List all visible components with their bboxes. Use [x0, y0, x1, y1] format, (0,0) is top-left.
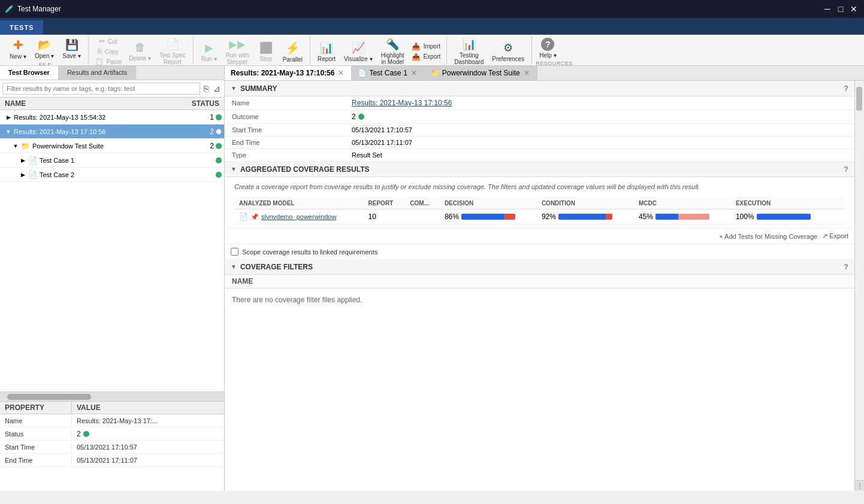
- summary-section-header[interactable]: ▼ SUMMARY ?: [225, 81, 854, 96]
- copy-filter-button[interactable]: ⎘: [203, 83, 210, 95]
- import-button[interactable]: 📥 Import: [409, 42, 443, 51]
- filter-button[interactable]: ⊿: [212, 83, 222, 95]
- filters-toggle-icon: ▼: [231, 263, 237, 270]
- main-tab-tests[interactable]: TESTS: [0, 20, 44, 35]
- case-2-status: [216, 172, 222, 178]
- copy-icon: ⎘: [98, 47, 102, 56]
- filters-help-icon[interactable]: ?: [844, 262, 848, 271]
- summary-label-name: Name: [225, 96, 345, 110]
- expand-case-2[interactable]: ▶: [19, 171, 26, 178]
- prop-value-name: Results: 2021-May-13 17:...: [72, 415, 224, 426]
- run-with-stepper-button[interactable]: ▶▶ Run withStepper: [222, 36, 253, 67]
- visualize-button[interactable]: 📈 Visualize ▾: [340, 40, 376, 64]
- new-icon: ✚: [13, 38, 23, 52]
- minimize-button[interactable]: ─: [822, 4, 833, 14]
- tab-test-browser[interactable]: Test Browser: [0, 66, 59, 80]
- coverage-filters-header[interactable]: ▼ COVERAGE FILTERS ?: [225, 259, 854, 275]
- tree-item-result-2[interactable]: ▼ Results: 2021-May-13 17:10:56 2: [0, 125, 224, 139]
- run-button[interactable]: ▶ Run ▾: [197, 40, 221, 64]
- expand-case-1[interactable]: ▶: [19, 157, 26, 164]
- tree-item-suite-1[interactable]: ▼ 📁 Powerwindow Test Suite 2: [0, 139, 224, 153]
- tree-item-result-1[interactable]: ▶ Results: 2021-May-13 15:54:32 1: [0, 110, 224, 125]
- left-panel: Test Browser Results and Artifacts ⎘ ⊿ N…: [0, 66, 225, 491]
- filter-header-row: NAME: [225, 275, 854, 289]
- delete-icon: 🗑: [135, 41, 146, 54]
- parallel-button[interactable]: ⚡ Parallel: [279, 39, 306, 65]
- expand-suite-1[interactable]: ▼: [12, 142, 19, 150]
- suite-1-label: Powerwindow Test Suite: [32, 142, 210, 150]
- tab-results-main[interactable]: Results: 2021-May-13 17:10:56 ✕: [225, 66, 352, 80]
- test-case-1-tab-close[interactable]: ✕: [410, 69, 418, 77]
- powerwindow-tab-close[interactable]: ✕: [522, 69, 531, 77]
- coverage-data-row: 📄 📌 slvnvdemo_powerwindow 10 86%: [234, 210, 845, 224]
- prop-label-name: Name: [0, 415, 72, 426]
- right-scroll-thumb[interactable]: [856, 87, 862, 111]
- col-mcdc: MCDC: [634, 198, 731, 210]
- col-decision: DECISION: [440, 198, 537, 210]
- coverage-table-wrap: ANALYZED MODEL REPORT COM... DECISION CO…: [225, 194, 854, 228]
- coverage-section-header[interactable]: ▼ AGGREGATED COVERAGE RESULTS ?: [225, 162, 854, 177]
- open-button[interactable]: 📂 Open ▾: [31, 37, 58, 61]
- result-2-label: Results: 2021-May-13 17:10:56: [14, 128, 210, 135]
- app-title: Test Manager: [17, 5, 61, 13]
- export-coverage-link[interactable]: ↗ Export: [822, 232, 848, 240]
- export-button[interactable]: 📤 Export: [409, 52, 443, 62]
- tree-area[interactable]: ▶ Results: 2021-May-13 15:54:32 1 ▼ Resu…: [0, 110, 224, 391]
- run-icon: ▶: [205, 41, 213, 54]
- prop-value-start-time: 05/13/2021 17:10:57: [72, 442, 224, 453]
- tab-test-case-1[interactable]: 📄 Test Case 1 ✕: [352, 66, 424, 80]
- cut-button[interactable]: ✂ Cut: [92, 37, 124, 46]
- expand-result-1[interactable]: ▶: [5, 114, 12, 121]
- left-panel-tabs: Test Browser Results and Artifacts: [0, 66, 224, 80]
- copy-button[interactable]: ⎘ Copy: [92, 47, 124, 56]
- help-button[interactable]: ? Help ▾: [536, 36, 560, 60]
- h-scroll-thumb[interactable]: [7, 394, 91, 400]
- h-scrollbar[interactable]: [0, 391, 224, 401]
- right-collapse-handle[interactable]: ⋮: [855, 480, 864, 491]
- search-input[interactable]: [2, 83, 200, 95]
- mcdc-cell: 45%: [634, 210, 731, 224]
- delete-button[interactable]: 🗑 Delete ▾: [125, 40, 155, 63]
- result-1-status: 1: [210, 113, 222, 122]
- close-button[interactable]: ✕: [848, 4, 859, 14]
- pin-icon: 📌: [250, 213, 259, 221]
- summary-help-icon[interactable]: ?: [844, 84, 848, 93]
- maximize-button[interactable]: □: [835, 4, 846, 14]
- summary-label-end-time: End Time: [225, 136, 345, 149]
- status-dot-case-2: [216, 172, 222, 178]
- testing-dashboard-button[interactable]: 📊 TestingDashboard: [451, 36, 487, 67]
- save-button[interactable]: 💾 Save ▾: [59, 37, 84, 61]
- col-add: [833, 198, 845, 210]
- tree-item-case-2[interactable]: ▶ 📄 Test Case 2: [0, 168, 224, 182]
- preferences-button[interactable]: ⚙ Preferences: [488, 40, 528, 64]
- expand-result-2[interactable]: ▼: [5, 128, 12, 135]
- report-button[interactable]: 📊 Report: [314, 40, 339, 64]
- toolbar-environment-section: 📊 TestingDashboard ⚙ Preferences ENVIRON…: [447, 36, 532, 64]
- tab-powerwindow-suite[interactable]: 📁 Powerwindow Test Suite ✕: [425, 66, 537, 80]
- right-scrollbar[interactable]: ⋮: [854, 81, 864, 491]
- new-button[interactable]: ✚ New ▾: [6, 36, 30, 62]
- summary-value-outcome: 2: [345, 110, 854, 124]
- coverage-help-icon[interactable]: ?: [844, 165, 848, 174]
- model-cell: 📄 📌 slvnvdemo_powerwindow: [234, 210, 364, 224]
- test-spec-report-button[interactable]: 📄 Test SpecReport: [156, 36, 189, 67]
- tab-results-artifacts[interactable]: Results and Artifacts: [59, 66, 136, 80]
- scope-checkbox[interactable]: [231, 248, 238, 256]
- paste-button[interactable]: 📋 Paste: [92, 57, 124, 66]
- highlight-model-button[interactable]: 🔦 Highlightin Model: [377, 36, 408, 67]
- results-tab-close[interactable]: ✕: [337, 69, 345, 77]
- col-analyzed-model: ANALYZED MODEL: [234, 198, 364, 210]
- summary-name-link[interactable]: Results: 2021-May-13 17:10:56: [352, 99, 452, 107]
- report-icon: 📊: [320, 41, 333, 54]
- save-icon: 💾: [65, 38, 78, 51]
- add-tests-link[interactable]: + Add Tests for Missing Coverage: [719, 233, 817, 240]
- summary-title: SUMMARY: [240, 84, 277, 93]
- decision-pct: 86%: [445, 212, 459, 221]
- prop-row-end-time: End Time 05/13/2021 17:11:07: [0, 454, 224, 467]
- title-bar: 🧪 Test Manager ─ □ ✕: [0, 0, 864, 18]
- summary-label-type: Type: [225, 149, 345, 162]
- tree-item-case-1[interactable]: ▶ 📄 Test Case 1: [0, 153, 224, 168]
- suite-tab-icon: 📁: [431, 69, 440, 77]
- stop-button[interactable]: ⬛ Stop: [254, 40, 278, 64]
- model-link[interactable]: slvnvdemo_powerwindow: [261, 213, 336, 220]
